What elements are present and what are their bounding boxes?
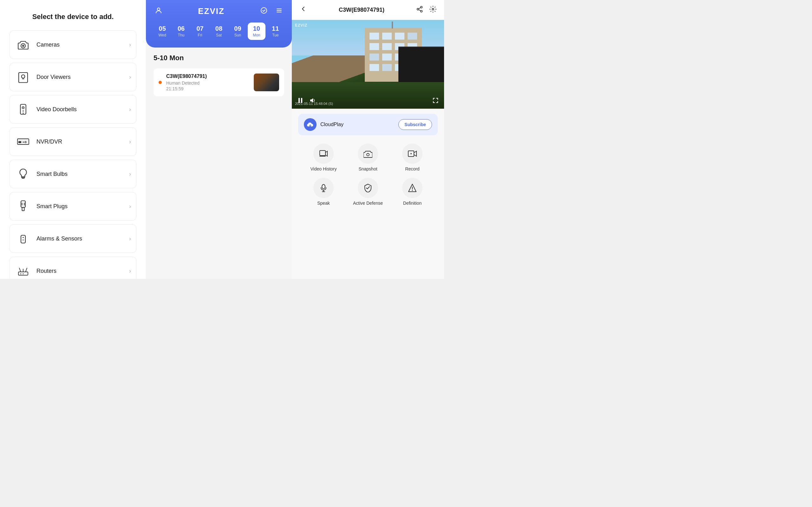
middle-content: 5-10 Mon C3W(E98074791) Human Detected 2… xyxy=(146,48,292,279)
doorbell-icon xyxy=(15,101,32,118)
cloud-icon xyxy=(304,118,316,131)
svg-rect-48 xyxy=(369,64,379,71)
active-defense-icon xyxy=(358,178,378,198)
device-item-door-viewers[interactable]: Door Viewers › xyxy=(9,63,136,91)
right-panel: C3W(E98074791) xyxy=(292,0,444,279)
svg-point-8 xyxy=(22,111,24,112)
event-card[interactable]: C3W(E98074791) Human Detected 21:15:59 xyxy=(154,68,284,96)
day-number: 05 xyxy=(159,25,166,32)
svg-point-32 xyxy=(417,8,419,10)
day-label: Wed xyxy=(158,33,166,38)
action-speak[interactable]: Speak xyxy=(305,178,343,206)
svg-rect-55 xyxy=(320,151,325,156)
profile-icon[interactable] xyxy=(154,7,164,16)
chevron-icon-door-viewers: › xyxy=(129,74,131,80)
calendar-day-05[interactable]: 05 Wed xyxy=(154,22,171,40)
calendar-day-10[interactable]: 10 Mon xyxy=(248,22,265,40)
back-button[interactable] xyxy=(299,5,307,14)
calendar-day-07[interactable]: 07 Fri xyxy=(191,22,209,40)
volume-button[interactable] xyxy=(309,97,316,106)
svg-rect-20 xyxy=(21,235,26,243)
action-label-video-history: Video History xyxy=(310,166,337,171)
calendar-day-11[interactable]: 11 Tue xyxy=(267,22,284,40)
svg-rect-2 xyxy=(19,72,28,83)
video-history-icon xyxy=(313,144,334,164)
share-icon[interactable] xyxy=(416,6,423,14)
svg-point-33 xyxy=(420,10,422,12)
plug-icon xyxy=(15,198,32,215)
check-icon[interactable] xyxy=(259,7,269,16)
device-label-door-viewers: Door Viewers xyxy=(37,74,129,80)
pause-button[interactable] xyxy=(297,97,304,106)
record-icon xyxy=(402,144,422,164)
chevron-icon-smart-bulbs: › xyxy=(129,171,131,177)
svg-point-57 xyxy=(367,153,369,156)
event-device: C3W(E98074791) xyxy=(166,73,249,79)
fullscreen-button[interactable] xyxy=(432,97,439,106)
cloudplay-left: CloudPlay xyxy=(304,118,344,131)
svg-line-25 xyxy=(26,268,27,272)
event-thumbnail xyxy=(254,73,279,91)
device-label-smart-bulbs: Smart Bulbs xyxy=(37,171,129,177)
device-item-cameras[interactable]: Cameras › xyxy=(9,31,136,59)
device-item-smart-plugs[interactable]: Smart Plugs › xyxy=(9,192,136,221)
menu-icon[interactable] xyxy=(274,7,284,16)
day-label: Thu xyxy=(178,33,185,38)
calendar-day-06[interactable]: 06 Thu xyxy=(172,22,190,40)
svg-point-65 xyxy=(412,190,413,191)
action-label-snapshot: Snapshot xyxy=(358,166,377,171)
event-info: C3W(E98074791) Human Detected 21:15:59 xyxy=(166,73,249,91)
calendar-day-08[interactable]: 08 Sat xyxy=(210,22,227,40)
device-item-nvr-dvr[interactable]: NVR/DVR › xyxy=(9,127,136,156)
svg-rect-40 xyxy=(369,43,379,50)
action-snapshot[interactable]: Snapshot xyxy=(349,144,387,171)
action-definition[interactable]: Definition xyxy=(393,178,432,206)
snapshot-icon xyxy=(358,144,378,164)
bulb-icon xyxy=(15,166,32,182)
chevron-icon-cameras: › xyxy=(129,42,131,48)
calendar-day-09[interactable]: 09 Sun xyxy=(229,22,247,40)
event-time: 21:15:59 xyxy=(166,86,249,91)
device-label-cameras: Cameras xyxy=(37,42,129,48)
event-type: Human Detected xyxy=(166,80,249,86)
svg-rect-39 xyxy=(408,33,417,40)
device-item-video-doorbells[interactable]: Video Doorbells › xyxy=(9,95,136,124)
day-label: Sat xyxy=(216,33,222,38)
middle-panel: EZVIZ 05 Wed 06 Thu 07 xyxy=(146,0,292,279)
action-record[interactable]: Record xyxy=(393,144,432,171)
svg-point-9 xyxy=(22,113,24,114)
right-header: C3W(E98074791) xyxy=(292,0,444,20)
action-label-active-defense: Active Defense xyxy=(353,201,383,206)
chevron-icon-alarms-sensors: › xyxy=(129,235,131,242)
svg-rect-45 xyxy=(382,54,392,60)
action-label-definition: Definition xyxy=(403,201,421,206)
svg-rect-38 xyxy=(395,33,404,40)
alarm-icon xyxy=(15,230,32,247)
svg-point-30 xyxy=(261,8,267,13)
device-label-routers: Routers xyxy=(37,268,129,274)
day-label: Tue xyxy=(272,33,278,38)
settings-icon[interactable] xyxy=(429,6,437,14)
svg-rect-52 xyxy=(392,21,393,29)
action-video-history[interactable]: Video History xyxy=(305,144,343,171)
device-item-alarms-sensors[interactable]: Alarms & Sensors › xyxy=(9,224,136,253)
svg-rect-11 xyxy=(18,141,21,143)
chevron-icon-smart-plugs: › xyxy=(129,203,131,210)
action-label-record: Record xyxy=(405,166,419,171)
subscribe-button[interactable]: Subscribe xyxy=(398,119,432,130)
video-feed[interactable]: EZVIZ 2021-05-11 15:48:04 (S) xyxy=(292,20,444,109)
left-panel: Select the device to add. Cameras › Door… xyxy=(0,0,146,279)
device-item-smart-bulbs[interactable]: Smart Bulbs › xyxy=(9,160,136,188)
device-item-routers[interactable]: Routers › xyxy=(9,257,136,279)
svg-rect-15 xyxy=(22,177,24,178)
svg-rect-13 xyxy=(23,142,24,143)
page-title: Select the device to add. xyxy=(9,13,136,21)
action-active-defense[interactable]: Active Defense xyxy=(349,178,387,206)
definition-icon xyxy=(402,178,422,198)
svg-point-29 xyxy=(157,8,160,10)
door-viewer-icon xyxy=(15,69,32,85)
action-label-speak: Speak xyxy=(317,201,330,206)
svg-rect-37 xyxy=(382,33,392,40)
svg-rect-17 xyxy=(22,208,24,211)
device-label-video-doorbells: Video Doorbells xyxy=(37,106,129,113)
